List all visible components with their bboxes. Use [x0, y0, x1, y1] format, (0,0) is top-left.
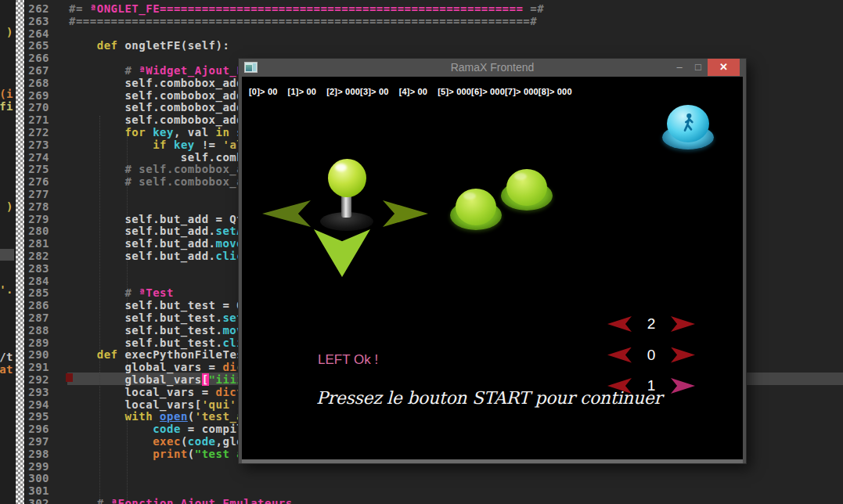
- code-line: self.combobox_add_: [69, 77, 250, 89]
- green-arcade-button-2: [501, 169, 553, 211]
- code-line: # ªTest: [69, 286, 174, 299]
- code-line: # self.combobox_ad: [69, 163, 250, 175]
- line-number: 274: [28, 151, 49, 164]
- code-line: print("test ar: [69, 448, 250, 460]
- line-number: 283: [28, 262, 49, 275]
- line-number: 272: [28, 126, 49, 139]
- code-line: self.combobox_add_: [69, 101, 250, 113]
- line-number: 269: [28, 89, 49, 102]
- line-number: 284: [28, 275, 49, 287]
- instruction-message: Pressez le bouton START pour continuer: [316, 388, 662, 408]
- code-line: code = compile: [69, 423, 250, 435]
- line-number: 289: [28, 337, 49, 349]
- clipped-code-fragment: bat: [0, 363, 13, 376]
- line-number: 271: [28, 113, 49, 126]
- line-number: 291: [28, 361, 49, 373]
- close-button[interactable]: ✕: [708, 59, 740, 76]
- code-line: self.but_add.setAc: [69, 225, 250, 237]
- clipped-code-fragment: _fi: [0, 100, 13, 113]
- code-line: self.but_add = QtG: [69, 213, 250, 225]
- code-line: for key, val in se: [69, 126, 250, 139]
- counter-right-arrow[interactable]: [671, 378, 695, 394]
- code-line: self.but_test = Qt: [69, 299, 250, 311]
- line-number: 298: [28, 448, 49, 460]
- line-number: 285: [28, 286, 49, 299]
- line-number: 273: [28, 139, 49, 151]
- counter-value: 0: [629, 347, 673, 363]
- line-number: 264: [28, 27, 49, 40]
- line-number: 301: [28, 484, 49, 497]
- line-number: 266: [28, 52, 49, 64]
- background-editor-pane: )d(i_fi)'.t/tbat: [0, 0, 14, 504]
- counter-value: 2: [629, 316, 673, 332]
- line-number: 302: [28, 497, 49, 504]
- code-line: self.combobox_add_: [69, 89, 250, 102]
- code-line: def ongletFE(self):: [69, 39, 229, 52]
- code-line: self.combo: [69, 151, 250, 164]
- code-line: # ªWidget_Ajout_En: [69, 64, 250, 77]
- status-message: LEFT Ok !: [318, 352, 378, 368]
- line-number: 262: [28, 2, 49, 15]
- line-number: 276: [28, 175, 49, 188]
- joystick-left-arrow: [262, 200, 311, 227]
- joystick-down-arrow: [314, 229, 370, 277]
- window-title: RamaX Frontend: [239, 61, 746, 74]
- code-line: exec(code,glob: [69, 435, 250, 448]
- ramax-frontend-window: RamaX Frontend – □ ✕ [0]> 00 [1]> 00 [2]…: [239, 59, 746, 463]
- minimize-button[interactable]: –: [672, 59, 686, 76]
- line-number: 292: [28, 373, 49, 386]
- background-pane-line-highlight: [0, 249, 14, 261]
- code-line: # ªFonction_Ajout_Emulateurs: [69, 497, 293, 504]
- line-number: 270: [28, 101, 49, 113]
- line-number: 293: [28, 386, 49, 398]
- clipped-code-fragment: ): [6, 200, 13, 213]
- green-arcade-button-1: [450, 189, 502, 231]
- counter-left-arrow[interactable]: [607, 347, 632, 363]
- maximize-button[interactable]: □: [691, 59, 705, 76]
- counter-right-arrow[interactable]: [671, 316, 695, 332]
- code-line: local_vars = dict(: [69, 386, 250, 398]
- screen: )d(i_fi)'.t/tbat 26226326426526626726826…: [0, 0, 843, 504]
- line-number: 265: [28, 39, 49, 52]
- blue-arcade-button: [662, 105, 715, 152]
- code-line: # self.combobox_ad: [69, 175, 250, 188]
- clipped-code-fragment: ): [6, 26, 13, 38]
- code-line: self.but_add.move(: [69, 237, 250, 250]
- code-line: global_vars = dict: [69, 361, 250, 373]
- code-line: if key != 'all: [69, 139, 250, 151]
- line-number: 299: [28, 460, 49, 473]
- code-line: with open('test_ar: [69, 410, 250, 423]
- code-line: #=======================================…: [69, 15, 537, 27]
- line-number: 278: [28, 200, 49, 213]
- walking-person-icon: [675, 111, 701, 136]
- line-number: 288: [28, 324, 49, 337]
- clipped-code-fragment: '.: [0, 283, 13, 296]
- input-status-row: [0]> 00 [1]> 00 [2]> 000[3]> 00 [4]> 00 …: [249, 87, 572, 96]
- code-line: self.but_test.clic: [69, 337, 250, 349]
- code-line: self.but_test.move: [69, 324, 250, 337]
- line-number: 281: [28, 237, 49, 250]
- counter-right-arrow[interactable]: [671, 347, 695, 363]
- line-number: 300: [28, 472, 49, 484]
- line-number: 295: [28, 410, 49, 423]
- window-client-area: [0]> 00 [1]> 00 [2]> 000[3]> 00 [4]> 00 …: [242, 77, 743, 459]
- clipped-code-fragment: t/t: [0, 351, 13, 363]
- code-line: local_vars['qui']: [69, 398, 243, 411]
- line-number: 282: [28, 250, 49, 262]
- editor-scrollbar[interactable]: [15, 0, 25, 504]
- line-number: 294: [28, 398, 49, 411]
- line-number: 287: [28, 311, 49, 324]
- window-titlebar[interactable]: RamaX Frontend – □ ✕: [239, 59, 746, 77]
- line-number: 280: [28, 225, 49, 237]
- code-line: global_vars["iiii": [69, 373, 250, 386]
- line-number: 279: [28, 213, 49, 225]
- code-line: #= ªONGLET_FE===========================…: [69, 2, 544, 15]
- window-bottom-border: [242, 459, 743, 463]
- counter-left-arrow[interactable]: [607, 316, 632, 332]
- code-line: self.but_test.setA: [69, 311, 250, 324]
- line-number: 297: [28, 435, 49, 448]
- clipped-code-fragment: d(i: [0, 88, 13, 100]
- joystick-right-arrow: [383, 200, 428, 227]
- code-line: self.but_add.click: [69, 250, 250, 262]
- line-number: 277: [28, 188, 49, 200]
